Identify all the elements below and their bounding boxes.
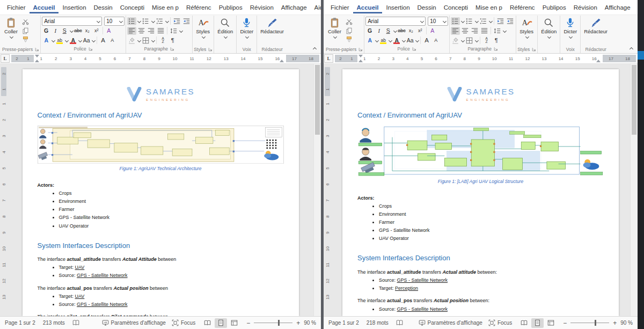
superscript-button[interactable]: x²	[416, 27, 425, 35]
zoom-out-button[interactable]: −	[563, 319, 567, 327]
highlight-button[interactable]: ab	[55, 36, 64, 45]
editor-button[interactable]: Rédacteur	[258, 16, 286, 46]
styles-button[interactable]: Styles	[194, 16, 212, 46]
print-layout-button[interactable]	[215, 318, 227, 328]
dialog-launcher-icon[interactable]	[89, 47, 93, 51]
underline-button[interactable]: S	[60, 27, 69, 35]
first-line-indent-marker[interactable]	[35, 55, 39, 57]
read-mode-button[interactable]	[518, 318, 530, 328]
vertical-ruler[interactable]: 21 12345678910111213	[324, 64, 331, 316]
proofing-button[interactable]	[72, 319, 79, 326]
web-layout-button[interactable]	[545, 318, 557, 328]
align-center-button[interactable]	[460, 27, 470, 35]
ribbon-tab[interactable]: Affichage	[277, 1, 311, 13]
dialog-launcher-icon[interactable]	[208, 47, 213, 52]
hanging-indent-marker[interactable]	[35, 60, 39, 62]
copy-button[interactable]	[20, 27, 31, 35]
web-layout-button[interactable]	[228, 318, 240, 328]
align-center-button[interactable]	[137, 27, 146, 35]
change-case-button[interactable]: Aa	[82, 36, 91, 45]
dialog-launcher-icon[interactable]	[412, 47, 416, 51]
ribbon-tab[interactable]: Concepti	[116, 1, 148, 13]
page-indicator[interactable]: Page 1 sur 2	[5, 320, 35, 326]
ribbon-tab[interactable]: Référenc	[506, 1, 539, 13]
change-case-button[interactable]: Aa	[406, 36, 414, 45]
format-painter-button[interactable]	[20, 35, 31, 43]
show-formatting-button[interactable]: ¶	[492, 36, 501, 45]
increase-indent-button[interactable]	[506, 17, 515, 25]
ribbon-tab[interactable]: Fichier	[3, 1, 30, 13]
edition-button[interactable]: Édition	[539, 16, 559, 46]
line-spacing-button[interactable]	[493, 27, 502, 35]
multilevel-list-button[interactable]	[155, 17, 164, 25]
font-size-select[interactable]: 10	[428, 17, 448, 26]
zoom-in-button[interactable]: +	[613, 319, 617, 327]
ribbon-tab[interactable]: Dessin	[414, 1, 440, 13]
strikethrough-button[interactable]: abc	[74, 27, 83, 35]
word-count[interactable]: 213 mots	[43, 320, 65, 326]
align-left-button[interactable]	[127, 27, 136, 35]
paste-button[interactable]: Coller	[326, 16, 343, 46]
interface-link[interactable]: GPS - Satellite Network	[77, 273, 128, 278]
decrease-indent-button[interactable]	[172, 17, 181, 25]
zoom-slider[interactable]	[570, 323, 609, 323]
zoom-slider-thumb[interactable]	[595, 320, 596, 326]
align-right-button[interactable]	[147, 27, 156, 35]
ribbon-tab[interactable]: Insertion	[382, 1, 413, 13]
justify-button[interactable]	[156, 27, 165, 35]
shading-button[interactable]	[127, 36, 136, 45]
ribbon-tab[interactable]: Affichage	[601, 1, 634, 13]
hanging-indent-marker[interactable]	[358, 60, 363, 62]
dialog-launcher-icon[interactable]	[35, 47, 39, 52]
ribbon-tab[interactable]: Publipos	[539, 1, 570, 13]
document-page[interactable]: SAMARES ENGINEERING Context / Environmen…	[23, 69, 299, 316]
copy-button[interactable]	[344, 27, 355, 35]
editor-button[interactable]: Rédacteur	[582, 16, 610, 46]
ribbon-tab[interactable]: Mise en p	[472, 1, 506, 13]
edition-button[interactable]: Édition	[215, 16, 235, 46]
multilevel-list-button[interactable]	[479, 17, 488, 25]
font-color-button[interactable]: A	[392, 36, 401, 45]
strikethrough-button[interactable]: abc	[397, 27, 406, 35]
zoom-slider[interactable]	[254, 323, 292, 323]
increase-indent-button[interactable]	[182, 17, 191, 25]
page-indicator[interactable]: Page 1 sur 2	[328, 320, 359, 326]
highlight-button[interactable]: ab	[379, 36, 387, 45]
ribbon-tab[interactable]: Référenc	[182, 1, 215, 13]
horizontal-ruler[interactable]: L 21 12345678910111213141516 1718	[0, 54, 321, 64]
superscript-button[interactable]: x²	[92, 27, 101, 35]
dialog-launcher-icon[interactable]	[170, 47, 174, 51]
font-size-select[interactable]: 10	[104, 17, 125, 26]
collapse-ribbon-button[interactable]	[311, 45, 318, 52]
interface-link[interactable]: UAV	[75, 265, 85, 270]
justify-button[interactable]	[480, 27, 489, 35]
document-page[interactable]: SAMARES ENGINEERING Context / Environmen…	[342, 69, 619, 316]
align-right-button[interactable]	[470, 27, 479, 35]
dictate-button[interactable]: Dicter	[561, 16, 579, 46]
interface-link[interactable]: Perception	[395, 286, 418, 291]
styles-button[interactable]: Styles	[517, 16, 536, 46]
scrollbar-thumb[interactable]	[632, 65, 636, 135]
shading-button[interactable]	[451, 36, 460, 45]
dictate-button[interactable]: Dicter	[238, 16, 255, 46]
paste-button[interactable]: Coller	[2, 16, 20, 46]
grow-font-button[interactable]: A	[99, 36, 107, 45]
zoom-slider-thumb[interactable]	[278, 320, 280, 326]
technical-architecture-figure[interactable]	[38, 126, 284, 164]
font-name-select[interactable]: Arial	[365, 17, 426, 26]
collapse-ribbon-button[interactable]	[627, 45, 635, 52]
shrink-font-button[interactable]: A	[108, 36, 116, 45]
numbering-button[interactable]	[141, 17, 150, 25]
text-effects-button[interactable]: A	[42, 36, 50, 45]
ribbon-tab[interactable]: Accueil	[30, 1, 59, 13]
focus-button[interactable]: Focus	[488, 319, 512, 326]
read-mode-button[interactable]	[201, 318, 214, 328]
focus-button[interactable]: Focus	[172, 319, 195, 326]
ribbon-tab[interactable]: Révision	[570, 1, 601, 13]
grow-font-button[interactable]: A	[422, 36, 431, 45]
subscript-button[interactable]: x₂	[83, 27, 92, 35]
display-settings-button[interactable]: Paramètres d'affichage	[419, 319, 482, 326]
bullets-button[interactable]	[451, 17, 460, 25]
ribbon-tab[interactable]: Mise en p	[148, 1, 182, 13]
logical-structure-figure[interactable]	[357, 126, 604, 177]
